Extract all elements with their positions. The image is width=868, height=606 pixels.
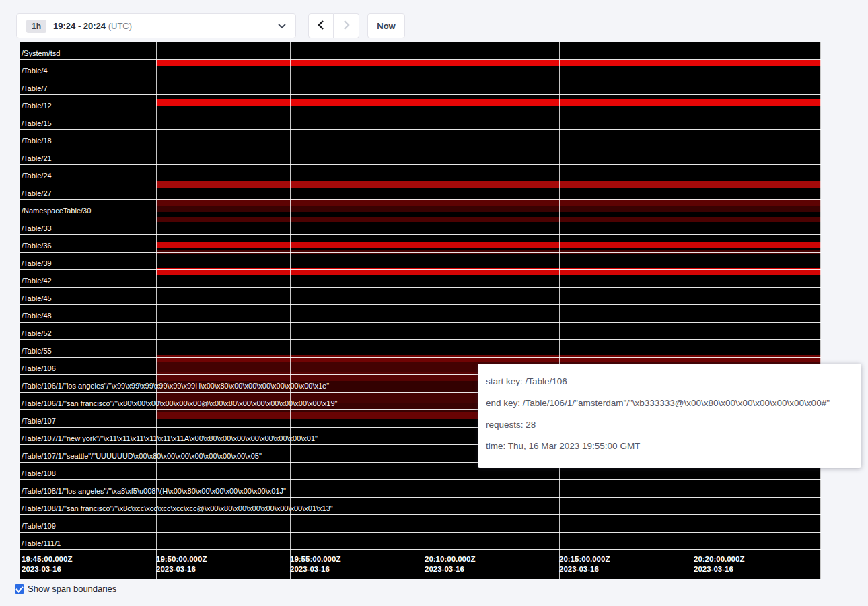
heatmap-row: /Table/27 [20, 182, 821, 200]
time-axis-tick: 19:50:00.000Z2023-03-16 [156, 554, 207, 574]
time-axis: 19:45:00.000Z2023-03-1619:50:00.000Z2023… [20, 549, 821, 579]
time-axis-tick: 20:10:00.000Z2023-03-16 [425, 554, 475, 574]
heatmap-rows-layer: /System/tsd/Table/4/Table/7/Table/12/Tab… [20, 42, 821, 579]
heatmap-row-label: /Table/27 [22, 189, 52, 197]
heatmap-row: /Table/108/1/"los angeles"/"\xa8\xf5\u00… [20, 480, 821, 498]
time-axis-tick: 19:55:00.000Z2023-03-16 [290, 554, 340, 574]
heatmap-row-label: /Table/108/1/"los angeles"/"\xa8\xf5\u00… [22, 487, 286, 495]
heatmap-row-label: /Table/45 [22, 294, 52, 302]
heatmap-row: /NamespaceTable/30 [20, 200, 821, 217]
tooltip-start-key: start key: /Table/106 [486, 370, 853, 392]
heatmap-row-label: /Table/15 [22, 119, 52, 127]
time-range-value: 19:24 - 20:24 [53, 21, 106, 31]
tooltip-end-key: end key: /Table/106/1/"amsterdam"/"\xb33… [486, 392, 853, 413]
tooltip-requests: requests: 28 [486, 413, 853, 435]
show-span-boundaries-checkbox[interactable] [15, 584, 24, 594]
time-axis-tick: 20:20:00.000Z2023-03-16 [694, 554, 744, 574]
heatmap-row-label: /Table/21 [22, 154, 52, 162]
heatmap-row-label: /Table/107/1/"seattle"/"UUUUUUD\x00\x80\… [22, 452, 262, 460]
heatmap-row: /Table/33 [20, 217, 821, 235]
time-axis-tick: 20:15:00.000Z2023-03-16 [559, 554, 610, 574]
heatmap-row-label: /Table/108 [22, 469, 56, 477]
heatmap-row-label: /Table/36 [22, 242, 52, 250]
heatmap-row: /Table/7 [20, 77, 821, 95]
heatmap-row-label: /Table/108/1/"san francisco"/"\x8c\xcc\x… [22, 504, 333, 512]
toolbar: 1h 19:24 - 20:24 (UTC) Now [16, 13, 405, 38]
heatmap-row: /Table/52 [20, 323, 821, 340]
heatmap-row: /Table/24 [20, 165, 821, 182]
heatmap-row-label: /Table/24 [22, 172, 52, 180]
heatmap-row-label: /Table/48 [22, 312, 52, 320]
chevron-right-icon [343, 20, 350, 32]
hover-tooltip: start key: /Table/106 end key: /Table/10… [478, 364, 861, 468]
heatmap-row: /Table/4 [20, 60, 821, 77]
heatmap-row: /Table/18 [20, 130, 821, 147]
time-range-text: 19:24 - 20:24 (UTC) [53, 21, 132, 31]
time-nav-group [308, 13, 359, 38]
tooltip-time: time: Thu, 16 Mar 2023 19:55:00 GMT [486, 435, 853, 457]
heatmap-row: /Table/21 [20, 147, 821, 165]
show-span-boundaries-label: Show span boundaries [28, 584, 116, 594]
heatmap-row-label: /Table/39 [22, 259, 52, 267]
heatmap-row-label: /NamespaceTable/30 [22, 207, 91, 215]
chevron-down-icon [278, 24, 286, 29]
heatmap-row-label: /Table/106/1/"san francisco"/"\x80\x00\x… [22, 399, 338, 407]
heatmap-row-label: /Table/109 [22, 522, 56, 530]
heatmap-row: /Table/48 [20, 305, 821, 323]
heatmap-row: /Table/108/1/"san francisco"/"\x8c\xcc\x… [20, 498, 821, 515]
time-axis-tick: 19:45:00.000Z2023-03-16 [22, 554, 72, 574]
heatmap-row-label: /Table/107/1/"new york"/"\x11\x11\x11\x1… [22, 434, 318, 442]
heatmap-row: /Table/109 [20, 515, 821, 533]
heatmap-row-label: /Table/106/1/"los angeles"/"\x99\x99\x99… [22, 382, 329, 390]
heatmap-row-label: /Table/12 [22, 102, 52, 110]
heatmap-row-label: /Table/107 [22, 417, 56, 425]
time-range-timezone: (UTC) [108, 21, 132, 31]
heatmap-row-label: /Table/111/1 [22, 539, 61, 547]
prev-range-button[interactable] [308, 13, 334, 38]
key-visualizer-canvas[interactable]: /System/tsd/Table/4/Table/7/Table/12/Tab… [20, 42, 821, 579]
heatmap-row-label: /Table/18 [22, 137, 52, 145]
heatmap-row: /Table/39 [20, 252, 821, 270]
time-range-preset-badge: 1h [26, 20, 46, 33]
heatmap-row: /Table/12 [20, 95, 821, 112]
time-range-picker[interactable]: 1h 19:24 - 20:24 (UTC) [16, 13, 296, 38]
heatmap-row-label: /Table/4 [22, 67, 48, 75]
heatmap-row-label: /Table/55 [22, 347, 52, 355]
heatmap-row: /Table/45 [20, 288, 821, 305]
next-range-button[interactable] [334, 13, 359, 38]
heatmap-row-label: /System/tsd [22, 49, 60, 57]
heatmap-row: /Table/55 [20, 340, 821, 358]
heatmap-row-label: /Table/106 [22, 364, 56, 372]
heatmap-row-label: /Table/52 [22, 329, 52, 337]
chevron-left-icon [318, 20, 324, 32]
now-button[interactable]: Now [367, 13, 405, 38]
heatmap-row: /Table/111/1 [20, 533, 821, 550]
footer: Show span boundaries [15, 584, 116, 594]
heatmap-row-label: /Table/42 [22, 277, 52, 285]
heatmap-row-label: /Table/33 [22, 224, 52, 232]
heatmap-row-label: /Table/7 [22, 84, 48, 92]
heatmap-row: /Table/42 [20, 270, 821, 288]
heatmap-row: /Table/36 [20, 235, 821, 252]
heatmap-row: /Table/15 [20, 112, 821, 130]
heatmap-row: /System/tsd [20, 42, 821, 60]
